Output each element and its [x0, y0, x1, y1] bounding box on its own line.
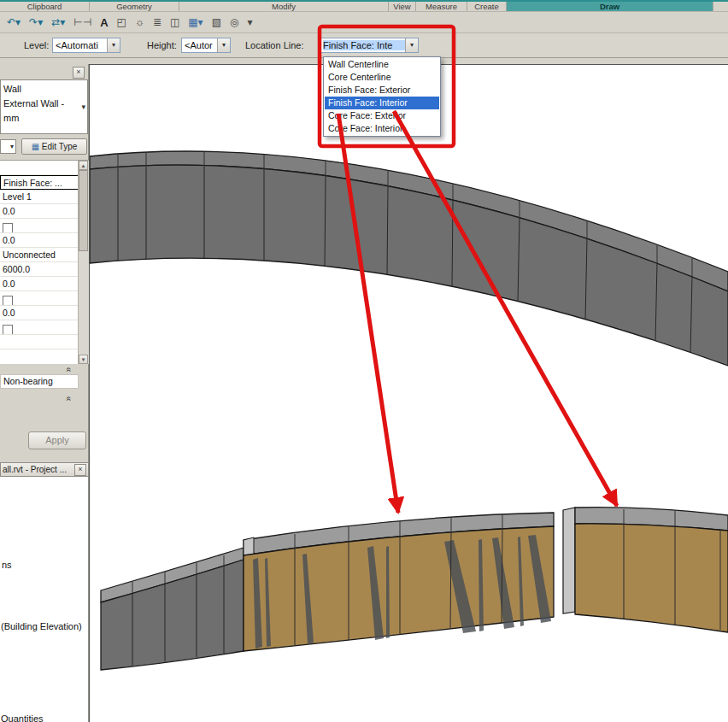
panel-label-create: Create [467, 2, 507, 11]
property-row[interactable] [0, 291, 79, 306]
level-combobox[interactable]: <Automati ▾ [52, 38, 120, 53]
height-label: Height: [147, 40, 177, 50]
property-row[interactable]: Unconnected [0, 248, 79, 262]
location-line-label: Location Line: [245, 40, 304, 50]
property-row[interactable]: 0.0 [0, 277, 79, 291]
dropdown-item-core-face-exterior[interactable]: Core Face: Exterior [325, 109, 439, 122]
dimension-icon[interactable]: ⊢⊣ [73, 17, 91, 27]
schedule-icon[interactable]: ▦▾ [188, 17, 203, 27]
property-row-location-line[interactable]: Finish Face: ... [0, 175, 79, 190]
properties-filter-combobox[interactable]: ▾ [0, 139, 16, 154]
apply-button[interactable]: Apply [28, 431, 86, 449]
chevron-down-icon[interactable]: ▾ [405, 38, 418, 52]
property-row-structural-usage[interactable]: Non-bearing [0, 374, 79, 389]
level-label: Level: [24, 40, 49, 50]
level-value: <Automati [56, 40, 107, 50]
property-row[interactable] [0, 335, 79, 349]
checkbox[interactable] [3, 325, 13, 335]
property-row[interactable]: 6000.0 [0, 262, 79, 277]
edit-type-icon: ▦ [32, 142, 39, 151]
dropdown-item-finish-face-interior[interactable]: Finish Face: Interior [325, 97, 439, 109]
height-combobox[interactable]: <Autor ▾ [181, 38, 231, 53]
property-row[interactable] [0, 320, 79, 335]
property-row[interactable] [0, 161, 79, 175]
height-value: <Autor [185, 40, 217, 50]
location-line-dropdown-list: Wall Centerline Core Centerline Finish F… [323, 56, 441, 137]
chevron-down-icon[interactable]: ▾ [217, 38, 230, 52]
location-line-combobox[interactable]: Finish Face: Inte ▾ [320, 38, 419, 53]
browser-tree-item[interactable]: (Building Elevation) [1, 621, 82, 631]
panel-label-measure: Measure [416, 2, 467, 11]
redo-icon[interactable]: ↷▾ [29, 17, 43, 27]
edit-type-label: Edit Type [42, 142, 78, 151]
panel-label-view: View [389, 2, 416, 11]
upper-wall[interactable] [90, 151, 728, 366]
properties-palette: × Wall External Wall - mm ▾ ▾ ▦ Edit Typ… [0, 64, 89, 462]
panel-label-clipboard: Clipboard [0, 2, 90, 11]
modify-tool-icon[interactable]: ⇄▾ [51, 17, 65, 27]
property-row[interactable]: 0.0 [0, 306, 79, 320]
thin-lines-icon[interactable]: ≣ [153, 17, 161, 27]
options-bar: Level: <Automati ▾ Height: <Autor ▾ Loca… [0, 33, 728, 58]
group-collapse-icon[interactable]: « [65, 396, 73, 401]
overflow-icon[interactable]: ▾ [247, 17, 252, 27]
ribbon-panel-labels: Clipboard Geometry Modify View Measure C… [0, 0, 728, 12]
drawing-area[interactable] [89, 64, 728, 722]
dropdown-item-core-face-interior[interactable]: Core Face: Interior [325, 122, 439, 135]
panel-label-modify: Modify [179, 2, 389, 11]
edit-type-button[interactable]: ▦ Edit Type [21, 138, 87, 155]
property-row[interactable] [0, 349, 79, 364]
type-selector[interactable]: Wall External Wall - mm ▾ [0, 79, 88, 134]
property-row[interactable]: 0.0 [0, 233, 79, 248]
dropdown-item-wall-centerline[interactable]: Wall Centerline [325, 58, 439, 71]
view-cube-icon[interactable]: ◰ [117, 17, 126, 27]
project-browser: all.rvt - Project ... × ns (Building Ele… [0, 462, 89, 722]
text-icon[interactable]: A [100, 17, 108, 28]
close-icon[interactable]: × [74, 464, 86, 476]
scroll-up-icon[interactable]: ▲ [79, 161, 88, 170]
group-collapse-icon[interactable]: « [65, 367, 73, 372]
scrollbar-thumb[interactable] [79, 170, 88, 251]
dropdown-item-core-centerline[interactable]: Core Centerline [325, 71, 439, 84]
location-line-value: Finish Face: Inte [323, 40, 405, 50]
property-row[interactable]: Level 1 [0, 190, 79, 204]
sun-icon[interactable]: ☼ [135, 17, 144, 27]
property-row[interactable] [0, 219, 79, 233]
checkbox[interactable] [3, 296, 13, 306]
lower-wall-right[interactable] [563, 508, 728, 632]
render-icon[interactable]: ◎ [230, 17, 238, 27]
chevron-down-icon[interactable]: ▾ [81, 103, 85, 111]
panel-label-draw: Draw [507, 2, 713, 11]
panel-label-spacer [713, 2, 728, 11]
close-icon[interactable]: × [73, 67, 85, 79]
type-selector-line2: External Wall - [3, 98, 64, 109]
lower-wall-left[interactable] [101, 548, 244, 670]
3d-view-canvas[interactable] [90, 65, 728, 722]
lower-wall-middle[interactable] [244, 513, 554, 651]
panel-label-geometry: Geometry [90, 2, 179, 11]
browser-tree-item[interactable]: ns [2, 560, 12, 570]
section-box-icon[interactable]: ◫ [170, 17, 179, 27]
dropdown-item-finish-face-exterior[interactable]: Finish Face: Exterior [325, 84, 439, 97]
chevron-down-icon[interactable]: ▾ [107, 38, 120, 52]
type-selector-line3: mm [3, 113, 19, 123]
browser-tree-item[interactable]: Quantities [1, 713, 44, 722]
properties-scrollbar[interactable]: ▲ ▼ [78, 161, 89, 364]
type-selector-line1: Wall [3, 84, 21, 94]
property-row[interactable]: 0.0 [0, 204, 79, 219]
shaded-view-icon[interactable]: ▧ [212, 17, 221, 27]
property-grid: Finish Face: ... Level 1 0.0 0.0 Unconne… [0, 160, 89, 363]
checkbox[interactable] [3, 223, 13, 233]
quick-toolbar: ↶▾ ↷▾ ⇄▾ ⊢⊣ A ◰ ☼ ≣ ◫ ▦▾ ▧ ◎ ▾ [0, 12, 728, 33]
scroll-down-icon[interactable]: ▼ [79, 355, 88, 364]
undo-icon[interactable]: ↶▾ [7, 17, 21, 27]
